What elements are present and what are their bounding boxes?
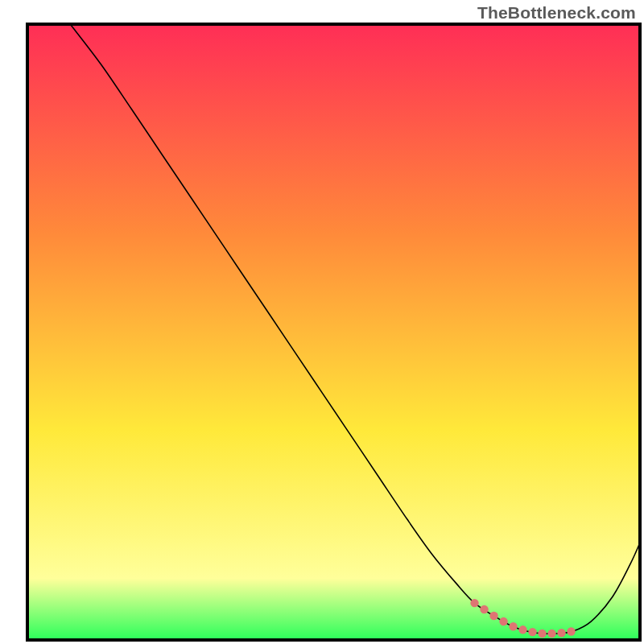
bottleneck-chart — [0, 0, 644, 644]
highlight-dot — [547, 630, 555, 638]
highlight-dot — [470, 599, 478, 607]
highlight-dot — [567, 627, 575, 635]
highlight-dot — [528, 628, 536, 636]
highlight-dot — [518, 625, 526, 634]
highlight-dot — [489, 612, 497, 620]
highlight-dot — [499, 617, 507, 625]
watermark-text: TheBottleneck.com — [477, 3, 636, 23]
highlight-dot — [509, 622, 517, 630]
highlight-dot — [538, 630, 546, 638]
chart-container: TheBottleneck.com — [0, 0, 644, 644]
highlight-dot — [480, 605, 488, 613]
highlight-dot — [557, 629, 565, 637]
chart-background-gradient — [27, 24, 640, 640]
